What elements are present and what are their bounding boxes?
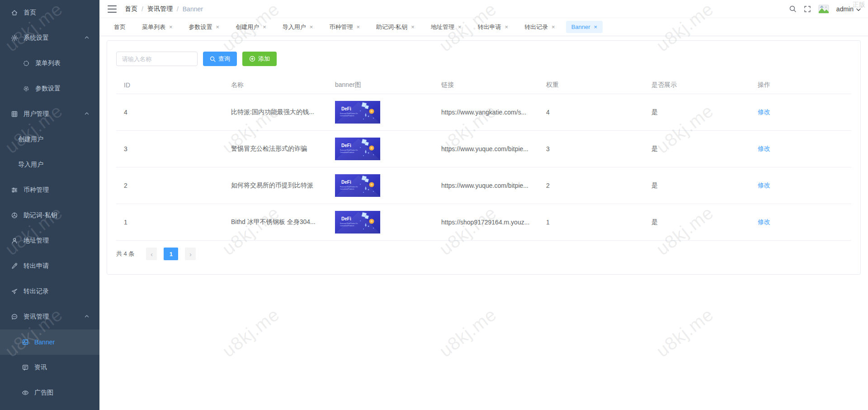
sidebar: 首页 系统设置 菜单列表 参数设置 用户管理 创建用户 导入用户 币种管理	[0, 0, 99, 410]
close-icon[interactable]: ×	[411, 24, 415, 30]
pagination-page-1[interactable]: 1	[164, 248, 178, 260]
edit-link[interactable]: 修改	[758, 108, 770, 115]
sidebar-item-menu-list[interactable]: 菜单列表	[0, 51, 99, 76]
send-icon	[11, 288, 18, 295]
sidebar-item-news[interactable]: 资讯	[0, 355, 99, 380]
close-icon[interactable]: ×	[263, 24, 266, 30]
tab-menu-list[interactable]: 菜单列表×	[137, 20, 178, 34]
sidebar-item-mnemonic-key[interactable]: 助记词-私钥	[0, 203, 99, 228]
sidebar-item-label: 助记词-私钥	[24, 211, 57, 219]
sidebar-item-label: 广告图	[34, 389, 53, 397]
tab-coin-management[interactable]: 币种管理×	[324, 20, 365, 34]
tab-address-management[interactable]: 地址管理×	[425, 20, 467, 34]
breadcrumb-news-management[interactable]: 资讯管理	[147, 5, 173, 13]
sidebar-item-label: 地址管理	[24, 237, 49, 245]
cell-id: 2	[116, 182, 223, 189]
close-icon[interactable]: ×	[310, 24, 313, 30]
sidebar-toggle-icon[interactable]	[108, 5, 117, 13]
content-card: 查询 添加 ID 名称 banner图 链接 权重 是否展示 操作	[107, 40, 861, 275]
cell-name: 警惕冒充公检法形式的诈骗	[223, 145, 327, 153]
fullscreen-icon[interactable]	[804, 5, 811, 13]
tab-banner[interactable]: Banner×	[566, 21, 603, 33]
close-icon[interactable]: ×	[216, 24, 220, 30]
sidebar-item-label: 转出记录	[24, 287, 49, 296]
close-icon[interactable]: ×	[169, 24, 173, 30]
edit-link[interactable]: 修改	[758, 145, 770, 152]
sidebar-item-ad-image[interactable]: 广告图	[0, 380, 99, 405]
cell-weight: 1	[538, 219, 644, 226]
sidebar-item-label: 首页	[24, 9, 36, 17]
sidebar-item-label: 参数设置	[35, 85, 61, 93]
sidebar-item-transfer-request[interactable]: 转出申请	[0, 253, 99, 279]
add-button[interactable]: 添加	[242, 52, 277, 66]
eye-icon	[22, 389, 29, 396]
sidebar-item-label: 资讯	[34, 363, 47, 372]
sidebar-item-system-settings[interactable]: 系统设置	[0, 25, 99, 51]
pagination-prev-button[interactable]: ‹	[146, 248, 157, 260]
home-icon	[11, 9, 18, 16]
close-icon[interactable]: ×	[458, 24, 462, 30]
cell-show: 是	[644, 145, 750, 153]
tabs-bar: 首页 菜单列表× 参数设置× 创建用户× 导入用户× 币种管理× 助记词-私钥×…	[99, 18, 868, 36]
tab-home[interactable]: 首页	[108, 20, 131, 34]
sidebar-item-coin-management[interactable]: 币种管理	[0, 177, 99, 203]
edit-link[interactable]: 修改	[758, 218, 770, 225]
sidebar-item-user-management[interactable]: 用户管理	[0, 101, 99, 127]
wheel-icon	[11, 212, 18, 219]
tab-mnemonic-key[interactable]: 助记词-私钥×	[371, 20, 420, 34]
user-menu[interactable]: admin	[836, 5, 861, 13]
chevron-up-icon	[84, 34, 90, 42]
sidebar-item-label: 系统设置	[24, 34, 49, 42]
sidebar-item-label: 菜单列表	[35, 59, 61, 67]
query-button[interactable]: 查询	[203, 52, 237, 66]
tab-transfer-request[interactable]: 转出申请×	[472, 20, 514, 34]
close-icon[interactable]: ×	[356, 24, 360, 30]
table-row: 2 如何将交易所的币提到比特派 https://www.yuque.com/bi…	[116, 167, 851, 204]
sidebar-item-transfer-record[interactable]: 转出记录	[0, 279, 99, 304]
breadcrumb-separator: /	[177, 5, 179, 13]
tab-create-user[interactable]: 创建用户×	[230, 20, 272, 34]
sidebar-item-create-user[interactable]: 创建用户	[0, 127, 99, 152]
toolbar: 查询 添加	[116, 52, 851, 66]
sidebar-item-import-user[interactable]: 导入用户	[0, 152, 99, 177]
close-icon[interactable]: ×	[552, 24, 555, 30]
pagination-next-button[interactable]: ›	[185, 248, 196, 260]
table-row: 4 比特派:国内功能最强大的钱... https://www.yangkatie…	[116, 94, 851, 131]
tab-transfer-record[interactable]: 转出记录×	[519, 20, 561, 34]
search-icon[interactable]	[789, 5, 797, 13]
sidebar-item-label: 创建用户	[18, 135, 43, 143]
sidebar-item-home[interactable]: 首页	[0, 0, 99, 25]
banner-image	[335, 138, 380, 160]
sidebar-item-params[interactable]: 参数设置	[0, 76, 99, 101]
col-banner: banner图	[327, 81, 434, 89]
image-icon	[22, 338, 29, 346]
tab-import-user[interactable]: 导入用户×	[277, 20, 319, 34]
cell-weight: 2	[538, 182, 644, 189]
sidebar-item-label: Banner	[34, 338, 55, 346]
table-header: ID 名称 banner图 链接 权重 是否展示 操作	[116, 76, 851, 94]
breadcrumb-current: Banner	[183, 5, 203, 13]
close-icon[interactable]: ×	[505, 24, 509, 30]
breadcrumb-home[interactable]: 首页	[125, 5, 137, 13]
breadcrumb-separator: /	[142, 5, 143, 13]
close-icon[interactable]: ×	[594, 24, 598, 30]
person-icon	[11, 237, 18, 244]
cell-link: https://shop91729164.m.youz...	[434, 219, 538, 226]
chevron-left-icon: ‹	[151, 250, 153, 258]
params-icon	[23, 85, 30, 92]
col-weight: 权重	[538, 81, 644, 89]
sidebar-item-news-management[interactable]: 资讯管理	[0, 304, 99, 329]
sidebar-item-address-management[interactable]: 地址管理	[0, 228, 99, 253]
magnifier-icon	[210, 56, 216, 62]
main-area: 首页 / 资讯管理 / Banner admin 首页 菜单列表× 参数设置× …	[99, 0, 868, 410]
search-input[interactable]	[116, 52, 198, 66]
sidebar-item-banner[interactable]: Banner	[0, 329, 99, 355]
table-row: 3 警惕冒充公检法形式的诈骗 https://www.yuque.com/bit…	[116, 131, 851, 167]
col-link: 链接	[434, 81, 538, 89]
edit-link[interactable]: 修改	[758, 181, 770, 189]
chevron-up-icon	[84, 110, 90, 118]
cell-weight: 3	[538, 145, 644, 153]
user-name: admin	[836, 5, 854, 13]
tab-params[interactable]: 参数设置×	[184, 20, 225, 34]
avatar[interactable]	[818, 4, 829, 14]
